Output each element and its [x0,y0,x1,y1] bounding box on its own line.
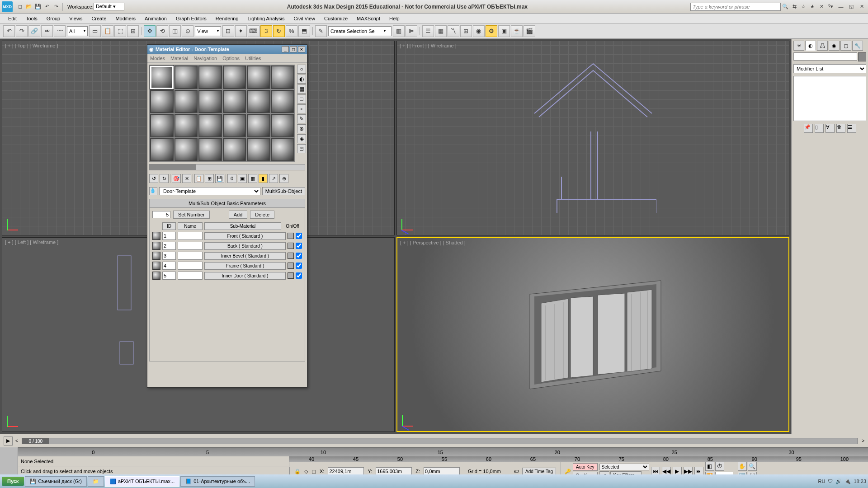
delete-button[interactable]: Delete [250,211,274,219]
menu-modifiers[interactable]: Modifiers [111,15,140,22]
sample-slot[interactable] [247,66,270,89]
percent-snap-btn[interactable]: % [286,25,297,37]
pan-btn[interactable]: ✋ [738,462,747,471]
isolate-icon[interactable]: ◇ [304,469,308,474]
modifier-list-select[interactable]: Modifier List [793,64,866,73]
sample-slot[interactable] [198,114,222,137]
sub-onoff-checkbox[interactable] [296,233,302,239]
sub-onoff-checkbox[interactable] [296,272,302,279]
material-editor-titlebar[interactable]: ◉ Material Editor - Door-Template _ □ × [147,45,307,54]
sample-slot[interactable] [150,114,174,137]
unique-btn[interactable]: ∀ [826,124,835,133]
favorite-icon[interactable]: ★ [808,3,816,11]
menu-grapheditors[interactable]: Graph Editors [171,15,211,22]
sample-slot[interactable] [223,138,246,162]
sample-slot[interactable] [271,90,295,113]
set-number-button[interactable]: Set Number [173,211,210,219]
utilities-tab[interactable]: 🔧 [852,41,863,51]
make-unique-btn[interactable]: ⊞ [205,174,214,183]
menu-group[interactable]: Group [42,15,65,22]
me-menu-options[interactable]: Options [222,56,240,61]
select-name-btn[interactable]: 📋 [102,25,113,37]
sub-name-input[interactable] [178,252,203,260]
sub-name-input[interactable] [178,272,203,280]
sub-color-swatch[interactable] [288,263,294,269]
me-menu-utilities[interactable]: Utilities [245,56,261,61]
go-parent-btn[interactable]: ▮ [259,174,268,183]
remove-mod-btn[interactable]: 🗑 [836,124,845,133]
keyboard-btn[interactable]: ⌨ [248,25,259,37]
named-sel-select[interactable]: Create Selection Se▾ [328,26,392,36]
restore-icon[interactable]: ◱ [847,3,855,11]
me-menu-material[interactable]: Material [170,56,188,61]
sub-swatch[interactable] [152,242,160,250]
menu-create[interactable]: Create [87,15,111,22]
menu-rendering[interactable]: Rendering [211,15,243,22]
sample-slot[interactable] [175,114,198,137]
hdr-name[interactable]: Name [178,222,203,230]
sub-swatch[interactable] [152,272,160,280]
schematic-btn[interactable]: ⊞ [460,25,472,37]
background-btn[interactable]: ▦ [297,84,306,94]
mat-map-nav-btn[interactable]: ⊟ [297,144,306,153]
start-button[interactable]: Пуск [2,477,24,486]
key-mode-select[interactable]: Selected [599,464,649,470]
menu-civilview[interactable]: Civil View [289,15,320,22]
menu-lighting[interactable]: Lighting Analysis [243,15,289,22]
time-ruler-top[interactable]: 051015202530 [18,447,868,456]
sub-id-input[interactable] [162,272,176,280]
angle-snap-btn[interactable]: ↻ [273,25,285,37]
autokey-button[interactable]: Auto Key [573,463,598,471]
sub-id-input[interactable] [162,252,176,260]
add-time-tag-btn[interactable]: Add Time Tag [522,468,556,475]
menu-edit[interactable]: Edit [4,15,21,22]
sample-slot[interactable] [198,90,222,113]
go-forward-btn[interactable]: ↗ [269,174,278,183]
track-bar-toggle[interactable] [0,447,18,477]
show-end-btn[interactable]: ▯ [815,124,824,133]
show-map-btn[interactable]: ▣ [238,174,247,183]
sub-material-button[interactable]: Back ( Standard ) [204,242,286,250]
display-tab[interactable]: ▢ [840,41,851,51]
key-icon[interactable]: 🔑 [565,469,571,474]
manip-btn[interactable]: ✦ [235,25,247,37]
sub-onoff-checkbox[interactable] [296,263,302,269]
viewport-label[interactable]: [ + ] [ Top ] [ Wireframe ] [5,43,58,48]
sub-material-button[interactable]: Front ( Standard ) [204,232,286,240]
sub-id-input[interactable] [162,242,176,250]
unlink-btn[interactable]: ⚮ [41,25,53,37]
menu-maxscript[interactable]: MAXScript [352,15,385,22]
add-button[interactable]: Add [229,211,248,219]
redo-icon[interactable]: ↷ [52,3,60,11]
menu-help[interactable]: Help [385,15,404,22]
tray-icon[interactable]: 🔊 [835,479,842,484]
zoom-btn[interactable]: 🔍 [748,462,757,471]
menu-animation[interactable]: Animation [140,15,171,22]
sub-onoff-checkbox[interactable] [296,243,302,249]
sub-name-input[interactable] [178,242,203,250]
make-preview-btn[interactable]: ✎ [297,114,306,123]
sub-material-button[interactable]: Frame ( Standard ) [204,262,286,270]
sub-color-swatch[interactable] [288,233,294,239]
move-btn[interactable]: ✥ [144,25,156,37]
hdr-id[interactable]: ID [162,222,176,230]
go-sibling-btn[interactable]: ⊕ [279,174,288,183]
sub-color-swatch[interactable] [288,253,294,259]
maximize-icon[interactable]: □ [290,46,297,52]
viewport-label[interactable]: [ + ] [ Perspective ] [ Shaded ] [400,240,466,245]
configure-btn[interactable]: ☰ [847,124,856,133]
sample-slot[interactable] [198,138,222,162]
time-slider[interactable]: 0 / 100 [22,438,858,444]
sample-slot[interactable] [223,114,246,137]
taskbar-folder[interactable]: 📁 [88,476,104,487]
sample-slot[interactable] [175,90,198,113]
sample-slot[interactable] [175,66,198,89]
me-menu-modes[interactable]: Modes [150,56,165,61]
tray-icon[interactable]: 🛡 [828,479,833,484]
link-btn[interactable]: 🔗 [28,25,40,37]
rollout-header[interactable]: -Multi/Sub-Object Basic Parameters [150,199,305,208]
menu-tools[interactable]: Tools [21,15,42,22]
sample-slot[interactable] [247,138,270,162]
play-icon[interactable]: ▶ [4,436,13,446]
viewport-front[interactable]: [ + ] [ Front ] [ Wireframe ] [396,41,789,235]
